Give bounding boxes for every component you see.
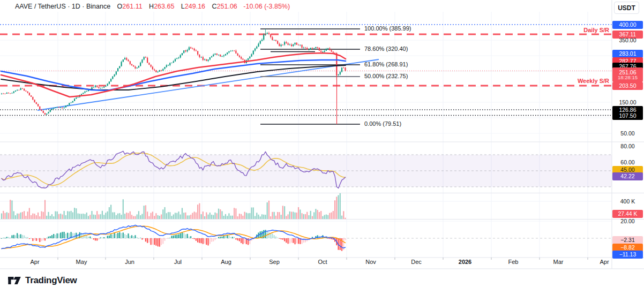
macd-histogram-bar: [121, 233, 122, 238]
candle-body: [27, 92, 28, 93]
candle-body: [121, 62, 122, 66]
candle-body: [331, 50, 332, 52]
volume-bar: [343, 211, 344, 219]
volume-bar: [81, 214, 82, 219]
candle-body: [130, 61, 131, 64]
candle-body: [41, 109, 42, 111]
month-label-feb[interactable]: Feb: [508, 259, 519, 265]
month-label-apr[interactable]: Apr: [30, 259, 39, 265]
month-label-nov[interactable]: Nov: [365, 259, 376, 265]
macd-histogram-bar: [183, 233, 184, 238]
candle-body: [288, 43, 289, 45]
month-label-dec[interactable]: Dec: [411, 259, 422, 265]
volume-bar: [147, 211, 148, 219]
month-label-aug[interactable]: Aug: [221, 259, 231, 265]
candle-body: [15, 90, 16, 92]
volume-bar: [67, 211, 68, 219]
macd-histogram-bar: [20, 235, 21, 238]
volume-bar: [189, 215, 190, 219]
macd-histogram-bar: [1, 238, 2, 239]
rsi-label-80.00: 80.00: [612, 142, 643, 150]
candle-body: [306, 48, 308, 50]
volume-bar: [1, 214, 2, 219]
volume-bar: [299, 209, 301, 219]
volume-bar: [112, 213, 113, 219]
volume-bar: [341, 216, 342, 219]
macd-histogram-bar: [155, 238, 156, 246]
candle-body: [102, 88, 103, 88]
macd-histogram-bar: [31, 238, 32, 239]
month-label-oct[interactable]: Oct: [318, 259, 327, 265]
candle-body: [158, 72, 159, 72]
macd-histogram-bar: [88, 237, 89, 238]
candle-body: [176, 58, 177, 59]
candle-body: [126, 58, 127, 59]
symbol-title: AAVE / TetherUS · 1D · Binance: [15, 3, 110, 10]
candle-body: [180, 55, 181, 57]
month-label-jul[interactable]: Jul: [174, 259, 182, 265]
volume-bar: [86, 213, 87, 219]
volume-bar: [123, 199, 124, 219]
tradingview-logo[interactable]: TradingView: [8, 275, 77, 286]
volume-bar: [185, 213, 186, 219]
month-label-may[interactable]: May: [76, 259, 87, 265]
volume-bar: [182, 208, 183, 219]
macd-histogram-bar: [171, 236, 172, 238]
candle-body: [25, 90, 26, 91]
candle-body: [234, 51, 235, 51]
volume-bar: [203, 211, 204, 219]
month-label-mar[interactable]: Mar: [553, 259, 564, 265]
rsi-label-60.00: 60.00: [612, 158, 643, 167]
volume-bar: [301, 213, 302, 219]
month-label-sep[interactable]: Sep: [269, 259, 280, 265]
currency-toggle-button[interactable]: USDT: [614, 2, 639, 14]
volume-bar: [322, 216, 323, 219]
month-label-apr[interactable]: Apr: [600, 259, 609, 265]
volume-bar: [277, 212, 278, 219]
volume-bar: [326, 215, 327, 219]
candle-body: [190, 47, 191, 48]
macd-histogram-bar: [110, 234, 111, 238]
month-label-jun[interactable]: Jun: [125, 259, 134, 265]
macd-histogram-bar: [166, 238, 167, 239]
macd-histogram-bar: [154, 238, 155, 245]
volume-bar: [71, 211, 72, 219]
candle-body: [213, 55, 214, 56]
candle-body: [138, 66, 139, 67]
candle-body: [293, 44, 294, 46]
tradingview-logo-text: TradingView: [25, 275, 77, 286]
candle-body: [254, 48, 256, 50]
chart-canvas[interactable]: [0, 0, 644, 273]
macd-histogram-bar: [50, 236, 51, 238]
macd-histogram-bar: [17, 233, 18, 238]
volume-bar: [317, 210, 318, 219]
candle-body: [46, 114, 47, 115]
candle-body: [13, 92, 14, 93]
macd-histogram-bar: [148, 238, 149, 243]
candle-body: [98, 87, 99, 88]
macd-histogram-bar: [57, 233, 58, 238]
volume-bar: [22, 212, 23, 219]
volume-bar: [216, 213, 218, 219]
candle-body: [275, 40, 276, 41]
volume-bar: [267, 202, 268, 219]
macd-histogram-bar: [126, 235, 127, 238]
macd-histogram-bar: [124, 234, 125, 238]
volume-bar: [107, 211, 108, 219]
candle-body: [317, 47, 318, 48]
macd-histogram-bar: [327, 238, 328, 239]
price-label-350.00: 350.00: [612, 36, 643, 44]
candle-body: [51, 109, 53, 110]
chart-legend[interactable]: AAVE / TetherUS · 1D · Binance O261.11 H…: [15, 3, 290, 10]
volume-bar: [289, 211, 290, 219]
volume-bar: [345, 218, 346, 219]
candle-body: [265, 34, 266, 34]
volume-bar: [256, 213, 257, 219]
macd-histogram-bar: [176, 235, 177, 238]
macd-histogram-bar: [275, 237, 276, 238]
month-label-2026[interactable]: 2026: [459, 259, 471, 265]
macd-histogram-bar: [345, 238, 346, 240]
candle-body: [192, 49, 193, 49]
volume-bar: [336, 196, 337, 219]
macd-histogram-bar: [15, 235, 16, 238]
